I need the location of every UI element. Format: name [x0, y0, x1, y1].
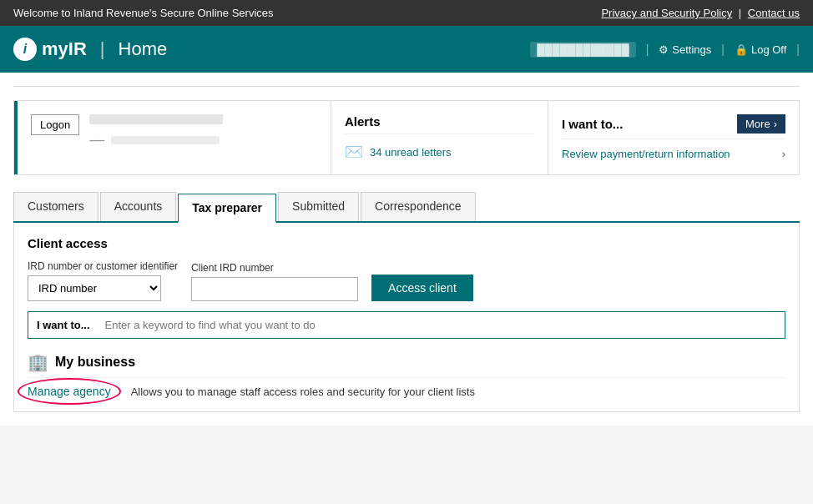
building-icon: 🏢 [28, 352, 48, 372]
header: i myIR | Home ████████████ | ⚙ Settings … [0, 26, 813, 73]
my-business-header: 🏢 My business [28, 352, 785, 378]
iwantto-card: I want to... More › Review payment/retur… [548, 101, 799, 174]
contact-link[interactable]: Contact us [748, 7, 800, 19]
header-divider: | [100, 38, 105, 60]
main-content: Logon — Alerts ✉️ 34 unread letters I wa… [0, 73, 813, 426]
more-button[interactable]: More › [737, 114, 785, 134]
separator: | [739, 7, 745, 19]
gear-icon: ⚙ [659, 43, 669, 56]
logoff-button[interactable]: 🔒 Log Off [735, 43, 786, 56]
user-card: Logon — [14, 101, 331, 174]
lock-icon: 🔒 [735, 43, 748, 56]
tab-customers[interactable]: Customers [13, 192, 98, 221]
ird-label: IRD number or customer identifier [28, 260, 178, 272]
user-detail-dash: — [89, 131, 104, 149]
manage-link-wrapper: Manage agency [28, 385, 111, 398]
user-detail: — [89, 131, 317, 149]
tab-correspondence[interactable]: Correspondence [361, 192, 476, 221]
client-access-form: IRD number or customer identifier IRD nu… [28, 260, 785, 301]
header-left: i myIR | Home [13, 38, 167, 61]
info-cards: Logon — Alerts ✉️ 34 unread letters I wa… [13, 100, 800, 175]
header-right: ████████████ | ⚙ Settings | 🔒 Log Off | [530, 42, 800, 58]
manage-agency-link[interactable]: Manage agency [28, 385, 111, 398]
chevron-right-icon: › [782, 148, 785, 160]
iwant-search-bar: I want to... [28, 311, 785, 339]
tabs: Customers Accounts Tax preparer Submitte… [13, 192, 800, 223]
header-logo: i myIR [13, 38, 87, 61]
my-business-title: My business [55, 355, 135, 370]
manage-agency-desc: Allows you to manage staff access roles … [131, 386, 475, 398]
welcome-text: Welcome to Inland Revenue's Secure Onlin… [13, 7, 274, 19]
unread-letters-link[interactable]: ✉️ 34 unread letters [345, 143, 534, 161]
manage-row: Manage agency Allows you to manage staff… [28, 385, 785, 398]
tab-content: Client access IRD number or customer ide… [13, 223, 800, 412]
my-business-section: 🏢 My business Manage agency Allows you t… [28, 352, 785, 398]
mail-icon: ✉️ [345, 143, 363, 161]
review-link-text: Review payment/return information [562, 148, 730, 160]
user-name-display: ████████████ [530, 42, 636, 58]
iwant-label: I want to... [28, 312, 98, 338]
iwant-input[interactable] [98, 312, 785, 338]
alerts-title: Alerts [345, 114, 534, 134]
settings-button[interactable]: ⚙ Settings [659, 43, 711, 56]
more-label: More [745, 118, 770, 130]
brand-name: myIR [42, 38, 87, 60]
iwantto-title: I want to... [562, 117, 623, 131]
access-client-button[interactable]: Access client [371, 275, 473, 301]
page-title: Home [119, 38, 168, 60]
unread-letters-text: 34 unread letters [370, 146, 452, 159]
client-ird-group: Client IRD number [191, 262, 358, 301]
logon-button[interactable]: Logon [31, 114, 79, 135]
tab-accounts[interactable]: Accounts [100, 192, 177, 221]
top-bar: Welcome to Inland Revenue's Secure Onlin… [0, 0, 813, 26]
user-info: — [89, 114, 317, 149]
privacy-link[interactable]: Privacy and Security Policy [601, 7, 732, 19]
review-payment-link[interactable]: Review payment/return information › [562, 148, 785, 160]
chevron-right-icon: › [774, 118, 777, 130]
alerts-card: Alerts ✉️ 34 unread letters [331, 101, 548, 174]
tab-tax-preparer[interactable]: Tax preparer [178, 194, 276, 223]
logo-icon: i [13, 38, 37, 61]
ird-select[interactable]: IRD number Customer identifier [28, 275, 161, 301]
settings-label: Settings [672, 43, 711, 56]
ird-select-group: IRD number or customer identifier IRD nu… [28, 260, 178, 301]
client-ird-label: Client IRD number [191, 262, 358, 274]
tab-submitted[interactable]: Submitted [278, 192, 359, 221]
client-access-title: Client access [28, 236, 785, 250]
user-name-blurred [89, 114, 223, 124]
logoff-label: Log Off [751, 43, 786, 56]
iwantto-header: I want to... More › [562, 114, 785, 139]
client-ird-input[interactable] [191, 277, 358, 301]
top-bar-links: Privacy and Security Policy | Contact us [601, 7, 800, 19]
user-detail-line [111, 136, 220, 144]
